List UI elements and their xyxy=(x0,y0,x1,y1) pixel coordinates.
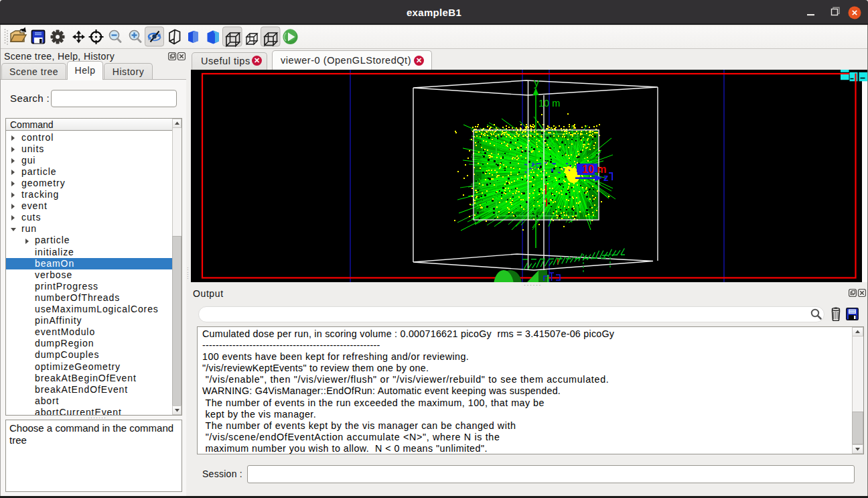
svg-text:10 m: 10 m xyxy=(582,164,606,175)
svg-text:z: z xyxy=(603,172,609,183)
svg-text:10 m: 10 m xyxy=(538,98,560,109)
svg-text:y: y xyxy=(534,77,539,88)
